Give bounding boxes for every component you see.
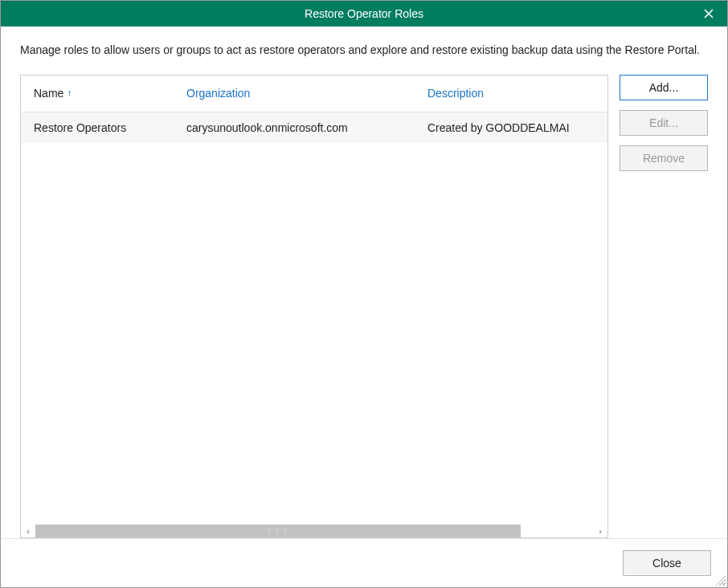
column-header-description-label: Description [427,87,484,100]
action-buttons: Add... Edit... Remove [620,75,708,538]
cell-organization: carysunoutlook.onmicrosoft.com [174,121,415,134]
table-header: Name ↑ Organization Description [21,76,607,112]
edit-button[interactable]: Edit... [620,110,708,136]
scrollbar-thumb[interactable]: ⋮⋮⋮ [35,525,521,537]
roles-table: Name ↑ Organization Description Restore … [20,75,608,538]
scroll-right-icon[interactable]: › [593,524,607,538]
close-icon[interactable] [690,1,727,27]
titlebar: Restore Operator Roles [1,1,727,27]
column-header-organization-label: Organization [186,87,250,100]
dialog-window: Restore Operator Roles Manage roles to a… [0,0,728,588]
scrollbar-track[interactable]: ⋮⋮⋮ [35,524,593,538]
dialog-content: Manage roles to allow users or groups to… [1,27,727,538]
horizontal-scrollbar[interactable]: ‹ ⋮⋮⋮ › [21,523,607,537]
sort-ascending-icon: ↑ [67,88,72,99]
resize-grip-icon[interactable] [714,574,726,586]
table-row[interactable]: Restore Operators carysunoutlook.onmicro… [21,112,607,143]
description-text: Manage roles to allow users or groups to… [20,43,708,59]
close-button[interactable]: Close [623,550,711,576]
dialog-footer: Close [1,538,727,587]
column-header-name[interactable]: Name ↑ [21,87,174,100]
remove-button[interactable]: Remove [620,145,708,171]
scroll-left-icon[interactable]: ‹ [21,524,35,538]
cell-name: Restore Operators [21,121,174,134]
main-row: Name ↑ Organization Description Restore … [20,75,708,538]
table-body: Restore Operators carysunoutlook.onmicro… [21,112,607,523]
column-header-name-label: Name [34,87,63,100]
window-title: Restore Operator Roles [305,7,423,20]
column-header-organization[interactable]: Organization [174,87,415,100]
cell-description: Created by GOODDEALMAI [415,121,607,134]
column-header-description[interactable]: Description [415,87,607,100]
add-button[interactable]: Add... [620,75,708,100]
